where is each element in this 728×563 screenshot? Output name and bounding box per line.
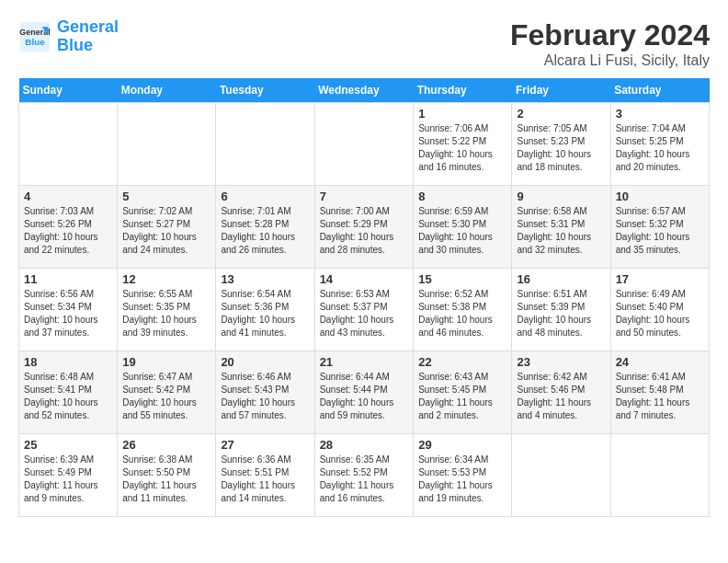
day-number: 2 (517, 107, 605, 121)
calendar-cell: 27Sunrise: 6:36 AM Sunset: 5:51 PM Dayli… (216, 434, 314, 517)
calendar-cell: 7Sunrise: 7:00 AM Sunset: 5:29 PM Daylig… (314, 186, 414, 269)
day-info: Sunrise: 7:02 AM Sunset: 5:27 PM Dayligh… (122, 205, 210, 257)
calendar-cell: 26Sunrise: 6:38 AM Sunset: 5:50 PM Dayli… (118, 434, 216, 517)
day-number: 18 (24, 355, 112, 369)
day-info: Sunrise: 6:39 AM Sunset: 5:49 PM Dayligh… (24, 454, 112, 505)
day-number: 29 (418, 438, 506, 452)
day-number: 4 (24, 190, 112, 203)
calendar-cell (512, 434, 610, 517)
svg-text:Blue: Blue (25, 37, 45, 47)
day-header-sunday: Sunday (19, 78, 118, 103)
calendar-cell: 16Sunrise: 6:51 AM Sunset: 5:39 PM Dayli… (512, 269, 610, 351)
calendar-cell: 3Sunrise: 7:04 AM Sunset: 5:25 PM Daylig… (610, 103, 709, 186)
calendar-cell: 2Sunrise: 7:05 AM Sunset: 5:23 PM Daylig… (512, 103, 610, 186)
day-info: Sunrise: 6:51 AM Sunset: 5:39 PM Dayligh… (517, 288, 605, 339)
day-number: 15 (418, 272, 506, 286)
day-number: 8 (418, 190, 506, 203)
calendar-cell: 13Sunrise: 6:54 AM Sunset: 5:36 PM Dayli… (216, 269, 314, 351)
day-info: Sunrise: 6:34 AM Sunset: 5:53 PM Dayligh… (418, 454, 506, 505)
calendar-cell: 20Sunrise: 6:46 AM Sunset: 5:43 PM Dayli… (216, 351, 314, 434)
day-info: Sunrise: 6:41 AM Sunset: 5:48 PM Dayligh… (616, 371, 704, 422)
day-number: 22 (418, 355, 506, 369)
calendar-cell: 8Sunrise: 6:59 AM Sunset: 5:30 PM Daylig… (414, 186, 512, 269)
day-number: 10 (616, 190, 704, 203)
day-number: 27 (221, 438, 309, 452)
calendar-cell: 6Sunrise: 7:01 AM Sunset: 5:28 PM Daylig… (216, 186, 314, 269)
day-info: Sunrise: 7:00 AM Sunset: 5:29 PM Dayligh… (320, 205, 409, 257)
calendar-cell (314, 103, 414, 186)
day-number: 23 (517, 355, 605, 369)
day-number: 17 (616, 272, 704, 286)
day-info: Sunrise: 6:49 AM Sunset: 5:40 PM Dayligh… (616, 288, 704, 339)
day-info: Sunrise: 7:03 AM Sunset: 5:26 PM Dayligh… (24, 205, 112, 257)
calendar-cell: 24Sunrise: 6:41 AM Sunset: 5:48 PM Dayli… (610, 351, 709, 434)
day-header-saturday: Saturday (610, 78, 709, 103)
week-row-3: 11Sunrise: 6:56 AM Sunset: 5:34 PM Dayli… (19, 269, 710, 351)
calendar-cell (19, 103, 118, 186)
week-row-5: 25Sunrise: 6:39 AM Sunset: 5:49 PM Dayli… (19, 434, 710, 517)
day-info: Sunrise: 6:38 AM Sunset: 5:50 PM Dayligh… (122, 454, 210, 505)
day-number: 28 (320, 438, 409, 452)
day-info: Sunrise: 7:05 AM Sunset: 5:23 PM Dayligh… (517, 122, 605, 174)
week-row-4: 18Sunrise: 6:48 AM Sunset: 5:41 PM Dayli… (19, 351, 710, 434)
calendar-cell: 23Sunrise: 6:42 AM Sunset: 5:46 PM Dayli… (512, 351, 610, 434)
day-info: Sunrise: 6:44 AM Sunset: 5:44 PM Dayligh… (320, 371, 409, 422)
day-info: Sunrise: 6:48 AM Sunset: 5:41 PM Dayligh… (24, 371, 112, 422)
day-header-monday: Monday (118, 78, 216, 103)
title-area: February 2024 Alcara Li Fusi, Sicily, It… (510, 18, 710, 69)
day-info: Sunrise: 6:36 AM Sunset: 5:51 PM Dayligh… (221, 454, 309, 505)
logo-text: GeneralBlue (57, 18, 119, 55)
day-info: Sunrise: 6:55 AM Sunset: 5:35 PM Dayligh… (122, 288, 210, 339)
day-number: 25 (24, 438, 112, 452)
calendar-cell: 4Sunrise: 7:03 AM Sunset: 5:26 PM Daylig… (19, 186, 118, 269)
calendar-table: SundayMondayTuesdayWednesdayThursdayFrid… (18, 78, 710, 517)
day-number: 1 (418, 107, 506, 121)
day-header-wednesday: Wednesday (314, 78, 414, 103)
subtitle: Alcara Li Fusi, Sicily, Italy (510, 52, 710, 69)
calendar-cell (610, 434, 709, 517)
day-number: 7 (320, 190, 409, 203)
calendar-cell: 21Sunrise: 6:44 AM Sunset: 5:44 PM Dayli… (314, 351, 414, 434)
calendar-cell (216, 103, 314, 186)
day-number: 19 (122, 355, 210, 369)
week-row-2: 4Sunrise: 7:03 AM Sunset: 5:26 PM Daylig… (19, 186, 710, 269)
logo-icon: General Blue (18, 20, 51, 53)
calendar-cell: 14Sunrise: 6:53 AM Sunset: 5:37 PM Dayli… (314, 269, 414, 351)
day-info: Sunrise: 7:01 AM Sunset: 5:28 PM Dayligh… (221, 205, 309, 257)
day-info: Sunrise: 6:56 AM Sunset: 5:34 PM Dayligh… (24, 288, 112, 339)
day-info: Sunrise: 6:42 AM Sunset: 5:46 PM Dayligh… (517, 371, 605, 422)
calendar-cell: 5Sunrise: 7:02 AM Sunset: 5:27 PM Daylig… (118, 186, 216, 269)
day-number: 14 (320, 272, 409, 286)
day-info: Sunrise: 6:53 AM Sunset: 5:37 PM Dayligh… (320, 288, 409, 339)
day-number: 9 (517, 190, 605, 203)
day-info: Sunrise: 6:59 AM Sunset: 5:30 PM Dayligh… (418, 205, 506, 257)
day-info: Sunrise: 7:04 AM Sunset: 5:25 PM Dayligh… (616, 122, 704, 174)
day-number: 6 (221, 190, 309, 203)
day-number: 24 (616, 355, 704, 369)
header-row: SundayMondayTuesdayWednesdayThursdayFrid… (19, 78, 710, 103)
day-number: 11 (24, 272, 112, 286)
day-number: 26 (122, 438, 210, 452)
day-info: Sunrise: 6:43 AM Sunset: 5:45 PM Dayligh… (418, 371, 506, 422)
calendar-cell: 18Sunrise: 6:48 AM Sunset: 5:41 PM Dayli… (19, 351, 118, 434)
day-info: Sunrise: 6:47 AM Sunset: 5:42 PM Dayligh… (122, 371, 210, 422)
day-info: Sunrise: 7:06 AM Sunset: 5:22 PM Dayligh… (418, 122, 506, 174)
day-number: 21 (320, 355, 409, 369)
header: General Blue GeneralBlue February 2024 A… (18, 18, 710, 69)
day-number: 13 (221, 272, 309, 286)
calendar-cell: 11Sunrise: 6:56 AM Sunset: 5:34 PM Dayli… (19, 269, 118, 351)
main-title: February 2024 (510, 18, 710, 52)
day-header-tuesday: Tuesday (216, 78, 314, 103)
calendar-cell: 25Sunrise: 6:39 AM Sunset: 5:49 PM Dayli… (19, 434, 118, 517)
day-number: 5 (122, 190, 210, 203)
day-info: Sunrise: 6:35 AM Sunset: 5:52 PM Dayligh… (320, 454, 409, 505)
day-info: Sunrise: 6:46 AM Sunset: 5:43 PM Dayligh… (221, 371, 309, 422)
day-info: Sunrise: 6:52 AM Sunset: 5:38 PM Dayligh… (418, 288, 506, 339)
calendar-cell: 17Sunrise: 6:49 AM Sunset: 5:40 PM Dayli… (610, 269, 709, 351)
calendar-cell: 10Sunrise: 6:57 AM Sunset: 5:32 PM Dayli… (610, 186, 709, 269)
calendar-cell (118, 103, 216, 186)
calendar-cell: 19Sunrise: 6:47 AM Sunset: 5:42 PM Dayli… (118, 351, 216, 434)
day-number: 16 (517, 272, 605, 286)
calendar-cell: 29Sunrise: 6:34 AM Sunset: 5:53 PM Dayli… (414, 434, 512, 517)
week-row-1: 1Sunrise: 7:06 AM Sunset: 5:22 PM Daylig… (19, 103, 710, 186)
